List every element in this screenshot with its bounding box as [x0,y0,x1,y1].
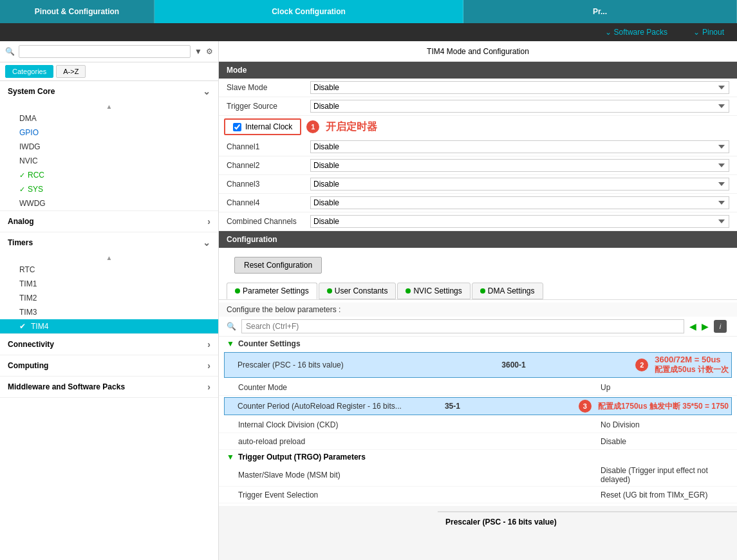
reset-config-button[interactable]: Reset Configuration [234,257,322,274]
section-connectivity: Connectivity › [0,334,218,355]
internal-clock-checkbox[interactable] [233,123,241,131]
content-inner: TIM4 Mode and Configuration Mode Slave M… [219,41,737,532]
chevron-right-middleware: › [207,382,210,392]
sidebar-tabs: Categories A->Z [0,62,218,81]
section-middleware-header[interactable]: Middleware and Software Packs › [0,377,218,397]
nav-clock-config[interactable]: Clock Configuration [154,0,463,23]
dot-icon [235,288,240,294]
sidebar-item-gpio[interactable]: GPIO [0,126,218,140]
sidebar-item-rcc[interactable]: ✓ RCC [0,168,218,182]
section-timers: Timers ⌄ ▲ RTC TIM1 TIM2 TIM3 ✔ TIM4 [0,232,218,334]
params-search-input[interactable] [241,319,684,333]
combined-channels-select[interactable]: Disable [310,215,729,228]
section-computing: Computing › [0,355,218,377]
section-connectivity-header[interactable]: Connectivity › [0,334,218,355]
sidebar-item-tim3[interactable]: TIM3 [0,305,218,319]
channel2-row: Channel2 Disable [219,156,737,175]
software-packs-link[interactable]: ⌄ Software Packs [605,28,667,37]
params-search-row: 🔍 ◀ ▶ i [219,317,737,337]
formula-2: 3600/72M = 50us [655,355,729,364]
badge-3: 3 [579,400,592,413]
tab-categories[interactable]: Categories [5,65,53,78]
content-area: TIM4 Mode and Configuration Mode Slave M… [219,41,737,560]
search-params-icon: 🔍 [227,322,236,331]
nav-pinout-config[interactable]: Pinout & Configuration [0,0,154,23]
channel4-row: Channel4 Disable [219,194,737,212]
chevron-down-counter: ▼ [227,339,234,348]
dot-icon-4 [480,288,485,294]
master-slave-mode-row: Master/Slave Mode (MSM bit) Disable (Tri… [219,464,737,487]
info-button[interactable]: i [714,320,727,333]
section-timers-header[interactable]: Timers ⌄ [0,232,218,253]
configure-label: Configure the below parameters : [219,303,737,317]
dropdown-icon: ▼ [194,47,202,56]
sidebar-item-wwdg[interactable]: WWDG [0,196,218,210]
mode-section-header: Mode [219,62,737,79]
sidebar-item-tim4[interactable]: ✔ TIM4 [0,319,218,333]
channel3-row: Channel3 Disable [219,175,737,194]
sidebar-item-dma[interactable]: DMA [0,111,218,126]
channel2-select[interactable]: Disable [310,159,729,172]
channel3-select[interactable]: Disable [310,178,729,191]
chevron-down-trgo: ▼ [227,453,234,462]
main-layout: 🔍 ▼ ⚙ Categories A->Z System Core ⌄ ▲ DM… [0,41,737,560]
slave-mode-select[interactable]: Disable [310,81,729,94]
secondary-nav: ⌄ Software Packs ⌄ Pinout [0,23,737,41]
section-system-core-header[interactable]: System Core ⌄ [0,81,218,102]
scroll-up-arrow[interactable]: ▲ [0,102,218,111]
section-analog-header[interactable]: Analog › [0,211,218,232]
combined-channels-row: Combined Channels Disable [219,212,737,231]
gear-icon[interactable]: ⚙ [206,47,213,56]
config-section-header: Configuration [219,231,737,248]
tab-nvic-settings[interactable]: NVIC Settings [397,283,470,299]
chevron-right-connectivity: › [207,339,210,350]
scroll-up-timers[interactable]: ▲ [0,253,218,263]
note-3: 配置成1750us 触发中断 35*50 = 1750 [598,401,729,412]
channel1-select[interactable]: Disable [310,140,729,153]
top-nav: Pinout & Configuration Clock Configurati… [0,0,737,23]
badge-2: 2 [635,359,648,371]
badge-1: 1 [306,120,319,133]
trigger-event-row: Trigger Event Selection Reset (UG bit fr… [219,487,737,503]
sidebar-item-sys[interactable]: ✓ SYS [0,182,218,196]
sidebar-item-nvic[interactable]: NVIC [0,154,218,168]
tab-user-constants[interactable]: User Constants [319,283,396,299]
channel1-row: Channel1 Disable [219,138,737,156]
tab-dma-settings[interactable]: DMA Settings [472,283,543,299]
nav-pr[interactable]: Pr... [463,0,737,23]
tab-az[interactable]: A->Z [56,65,86,78]
params-area: Configure the below parameters : 🔍 ◀ ▶ i… [219,300,737,506]
next-icon[interactable]: ▶ [702,321,709,331]
counter-mode-row: Counter Mode Up [219,379,737,396]
auto-reload-preload-row: auto-reload preload Disable [219,433,737,450]
chevron-down-icon-timers: ⌄ [203,238,210,248]
section-system-core: System Core ⌄ ▲ DMA GPIO IWDG NVIC ✓ RCC… [0,81,218,211]
sidebar-item-tim1[interactable]: TIM1 [0,277,218,291]
internal-clock-row: Internal Clock [224,118,301,135]
chevron-right-computing: › [207,360,210,371]
sidebar-item-tim2[interactable]: TIM2 [0,291,218,305]
chevron-down-icon: ⌄ [203,86,210,97]
tabs-bar: Parameter Settings User Constants NVIC S… [219,283,737,300]
content-title: TIM4 Mode and Configuration [219,41,737,62]
trigger-source-select[interactable]: Disable [310,100,729,113]
check-icon-tim4: ✔ [19,322,26,331]
section-computing-header[interactable]: Computing › [0,355,218,376]
section-middleware: Middleware and Software Packs › [0,377,218,398]
section-analog: Analog › [0,211,218,232]
dot-icon-2 [327,288,332,294]
tab-parameter-settings[interactable]: Parameter Settings [227,283,317,299]
dot-icon-3 [406,288,411,294]
note-2: 配置成50us 计数一次 [655,364,729,375]
prev-icon[interactable]: ◀ [689,321,696,331]
pinout-link[interactable]: ⌄ Pinout [693,28,724,37]
annotation-text-1: 开启定时器 [326,120,377,134]
sidebar-item-rtc[interactable]: RTC [0,263,218,277]
counter-settings-header: ▼ Counter Settings [219,337,737,351]
sidebar-search-input[interactable] [19,45,191,58]
reset-config-area: Reset Configuration [219,248,737,283]
sidebar: 🔍 ▼ ⚙ Categories A->Z System Core ⌄ ▲ DM… [0,41,219,560]
channel4-select[interactable]: Disable [310,196,729,209]
sidebar-search-row: 🔍 ▼ ⚙ [0,41,218,62]
sidebar-item-iwdg[interactable]: IWDG [0,140,218,154]
